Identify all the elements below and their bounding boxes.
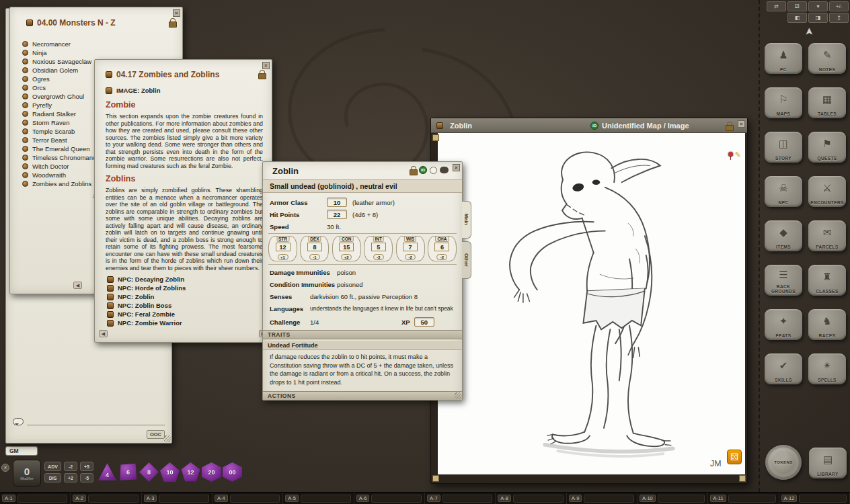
pin-icon[interactable] <box>728 152 733 157</box>
window-titlebar[interactable]: 04.00 Monsters N - Z <box>26 18 166 28</box>
die-d100[interactable]: 00 <box>223 462 242 482</box>
hotkey-slot[interactable]: A-9 <box>567 493 638 504</box>
hotkey-drop-area[interactable] <box>442 495 493 503</box>
die-d10[interactable]: 10 <box>160 462 180 482</box>
armor-class-value[interactable]: 10 <box>327 198 347 207</box>
sidebar-button[interactable]: ✔ SKILLS <box>765 353 802 384</box>
hotkey-drop-area[interactable] <box>728 495 776 503</box>
chat-input[interactable] <box>27 417 165 425</box>
lock-icon[interactable] <box>169 18 176 26</box>
list-item[interactable]: NPC: Horde of Zoblins <box>107 284 265 292</box>
list-item[interactable]: NPC: Decaying Zoblin <box>107 275 265 284</box>
sidebar-button[interactable]: ✦ FEATS <box>765 309 802 340</box>
hotkey-drop-area[interactable] <box>371 495 422 503</box>
close-icon[interactable]: ✕ <box>453 164 460 171</box>
pointer-tool-icon[interactable]: ➤ <box>804 28 816 36</box>
hotkey-slot[interactable]: A-3 <box>142 493 212 504</box>
hotkey-slot[interactable]: A-2 <box>71 493 141 504</box>
dice-tool-button[interactable]: ⇄ <box>767 1 786 11</box>
close-icon[interactable]: ✕ <box>738 120 745 128</box>
npc-name[interactable]: Zoblin <box>272 166 299 176</box>
hotkey-slot[interactable]: A-11 <box>708 493 779 504</box>
ability-modifier[interactable]: +2 <box>341 254 352 260</box>
tab-main[interactable]: Main <box>462 201 471 239</box>
sidebar-button[interactable]: ♞ RACES <box>808 309 846 340</box>
ability-modifier[interactable]: -2 <box>405 254 416 260</box>
sidebar-button[interactable]: ⚑ QUESTS <box>808 132 846 163</box>
image-link-icon[interactable] <box>436 122 443 129</box>
ability-value[interactable]: 7 <box>403 243 418 251</box>
die-d4[interactable]: 4 <box>98 462 117 482</box>
sidebar-button[interactable]: ⚔ ENCOUNTERS <box>808 176 846 207</box>
library-button[interactable]: ▤ LIBRARY <box>809 448 847 478</box>
hotkey-drop-area[interactable] <box>88 495 139 503</box>
window-tool-button[interactable]: ◨ <box>808 13 828 23</box>
speak-as-npc-icon[interactable] <box>440 167 449 173</box>
sidebar-button[interactable]: ♜ CLASSES <box>808 265 846 296</box>
image-zoblin-link[interactable]: IMAGE: Zoblin <box>106 87 160 94</box>
close-icon[interactable]: ✕ <box>262 62 270 69</box>
hotkey-slot[interactable]: A-4 <box>212 493 283 504</box>
sidebar-button[interactable]: ✉ PARCELS <box>808 220 846 251</box>
ability-value[interactable]: 15 <box>339 243 354 251</box>
hotkey-drop-area[interactable] <box>584 495 634 503</box>
identified-badge-icon[interactable]: ID <box>419 166 427 174</box>
ability-value[interactable]: 5 <box>371 243 386 251</box>
plus2-button[interactable]: +2 <box>64 473 77 482</box>
sidebar-button[interactable]: ◫ STORY <box>765 132 802 163</box>
advantage-button[interactable]: ADV <box>44 462 61 471</box>
ability-score[interactable]: WIS 7 -2 <box>396 236 425 261</box>
hotkey-drop-area[interactable] <box>159 495 209 503</box>
hotkey-slot[interactable]: A-6 <box>354 493 425 504</box>
die-d20[interactable]: 20 <box>202 462 221 482</box>
image-dice-tray-button[interactable]: ⚄ <box>727 450 742 464</box>
sidebar-button[interactable]: ♟ PC <box>765 43 802 74</box>
hotkey-slot[interactable]: A-12 <box>779 493 850 504</box>
tab-other[interactable]: Other <box>462 241 471 279</box>
dice-tool-button[interactable]: ▾ <box>808 1 828 11</box>
list-item[interactable]: NPC: Zoblin <box>107 292 265 301</box>
hotkey-drop-area[interactable] <box>230 495 280 503</box>
token-slot-icon[interactable] <box>430 167 437 174</box>
sidebar-button[interactable]: ✴ SPELLS <box>808 353 846 384</box>
modifier-stack[interactable]: 0 Modifier <box>13 460 41 487</box>
hotkey-drop-area[interactable] <box>799 495 846 503</box>
ability-modifier[interactable]: -3 <box>373 254 384 260</box>
chat-resize-grip[interactable] <box>164 435 171 442</box>
xp-value[interactable]: 50 <box>414 317 434 327</box>
ability-score[interactable]: INT 5 -3 <box>364 236 393 261</box>
ability-score[interactable]: DEX 8 -1 <box>300 236 329 261</box>
lock-icon[interactable] <box>726 122 732 130</box>
plus5-button[interactable]: +5 <box>80 462 93 471</box>
ability-modifier[interactable]: +1 <box>278 254 288 260</box>
story-link-icon[interactable] <box>106 71 112 78</box>
lock-icon[interactable] <box>258 70 265 78</box>
list-item[interactable]: NPC: Feral Zombie <box>107 310 265 319</box>
minus5-button[interactable]: -5 <box>80 473 93 482</box>
dice-tool-button[interactable]: ⚂ <box>787 1 807 11</box>
ability-score[interactable]: STR 12 +1 <box>268 236 297 261</box>
die-d8[interactable]: 8 <box>139 462 159 482</box>
hotkey-drop-area[interactable] <box>513 495 564 503</box>
hotkey-drop-area[interactable] <box>17 495 68 503</box>
hotkey-drop-area[interactable] <box>658 495 705 503</box>
hotkey-slot[interactable]: A-1 <box>0 493 71 504</box>
prev-page-button[interactable]: ◀ <box>73 282 82 289</box>
draw-tool-icon[interactable]: ✎ <box>735 151 741 159</box>
npc-resize-grip[interactable] <box>455 392 461 399</box>
hotkey-slot[interactable]: A-5 <box>283 493 354 504</box>
story-link-icon[interactable] <box>26 19 33 26</box>
minus2-button[interactable]: -2 <box>64 462 77 471</box>
image-window-titlebar[interactable]: Zoblin ID Unidentified Map / Image <box>431 118 747 133</box>
tokens-button[interactable]: TOKENS <box>765 445 802 480</box>
ooc-button[interactable]: OOC <box>147 430 165 439</box>
hit-points-value[interactable]: 22 <box>327 210 347 219</box>
modifier-reset-button[interactable]: ✕ <box>1 464 9 472</box>
ability-value[interactable]: 6 <box>434 243 449 251</box>
lock-icon[interactable] <box>410 166 416 174</box>
window-titlebar[interactable]: 04.17 Zombies and Zoblins <box>106 70 254 79</box>
sidebar-button[interactable]: ◆ ITEMS <box>765 220 802 251</box>
ability-score[interactable]: CON 15 +2 <box>332 236 361 261</box>
ability-score[interactable]: CHA 6 -2 <box>428 236 457 261</box>
list-item[interactable]: Necromancer <box>22 40 176 48</box>
